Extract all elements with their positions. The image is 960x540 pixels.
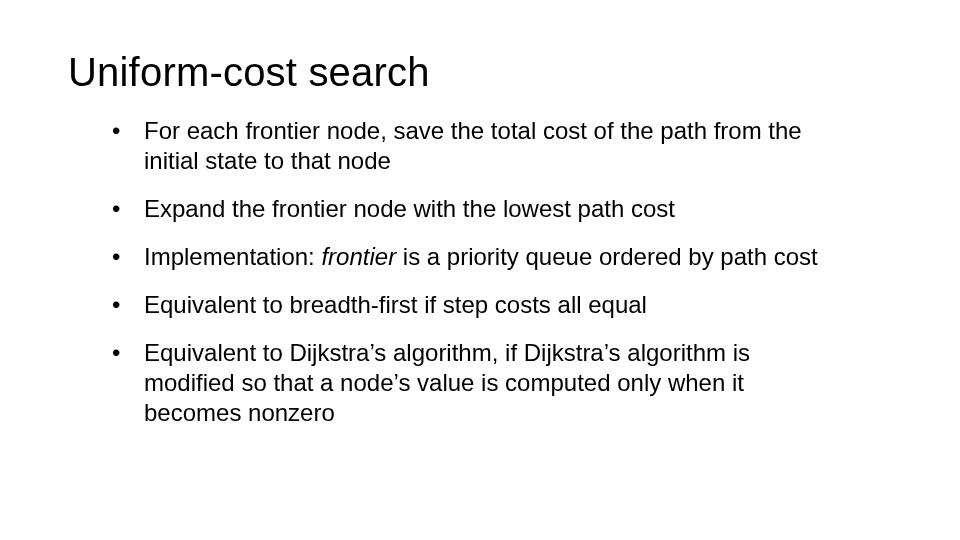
bullet-text-post: is a priority queue ordered by path cost xyxy=(396,243,818,270)
bullet-text: Equivalent to Dijkstra’s algorithm, if D… xyxy=(144,339,750,426)
bullet-dot-icon: • xyxy=(128,242,144,272)
bullet-dot-icon: • xyxy=(128,116,144,146)
bullet-text: Equivalent to breadth-first if step cost… xyxy=(144,291,647,318)
bullet-item: •Equivalent to Dijkstra’s algorithm, if … xyxy=(128,338,818,428)
bullet-dot-icon: • xyxy=(128,290,144,320)
bullet-dot-icon: • xyxy=(128,338,144,368)
bullet-text: For each frontier node, save the total c… xyxy=(144,117,802,174)
bullet-text: Implementation: xyxy=(144,243,321,270)
bullet-dot-icon: • xyxy=(128,194,144,224)
bullet-item: •Implementation: frontier is a priority … xyxy=(128,242,818,272)
bullet-item: •Equivalent to breadth-first if step cos… xyxy=(128,290,818,320)
bullet-item: •Expand the frontier node with the lowes… xyxy=(128,194,818,224)
bullet-text: Expand the frontier node with the lowest… xyxy=(144,195,675,222)
bullet-item: •For each frontier node, save the total … xyxy=(128,116,818,176)
slide-title: Uniform-cost search xyxy=(68,50,430,95)
slide: Uniform-cost search •For each frontier n… xyxy=(0,0,960,540)
slide-body: •For each frontier node, save the total … xyxy=(128,116,818,446)
bullet-italic: frontier xyxy=(321,243,396,270)
